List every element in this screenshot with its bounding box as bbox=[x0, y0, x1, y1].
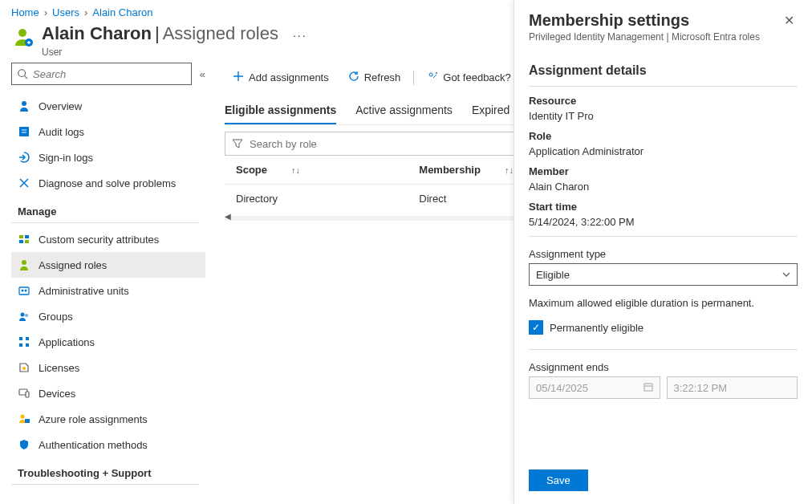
breadcrumb-users[interactable]: Users bbox=[52, 6, 79, 18]
svg-point-27 bbox=[429, 73, 432, 76]
save-button[interactable]: Save bbox=[529, 469, 588, 491]
search-icon bbox=[17, 68, 28, 79]
chevron-down-icon bbox=[782, 269, 790, 281]
svg-rect-20 bbox=[19, 343, 22, 347]
svg-point-22 bbox=[22, 367, 26, 370]
start-time-label: Start time bbox=[529, 201, 798, 213]
feedback-icon bbox=[427, 71, 438, 84]
sidebar-item-assigned-roles[interactable]: Assigned roles bbox=[11, 252, 205, 278]
svg-point-12 bbox=[22, 260, 26, 265]
svg-point-4 bbox=[22, 101, 26, 106]
svg-rect-26 bbox=[25, 419, 30, 423]
assignment-type-label: Assignment type bbox=[529, 248, 798, 260]
refresh-icon bbox=[348, 71, 359, 84]
svg-point-25 bbox=[21, 415, 25, 419]
sidebar-search[interactable] bbox=[11, 63, 192, 85]
svg-rect-18 bbox=[19, 337, 22, 340]
svg-point-17 bbox=[25, 314, 28, 317]
sidebar-item-devices[interactable]: Devices bbox=[11, 380, 205, 406]
col-scope[interactable]: Scope↑↓ bbox=[225, 156, 408, 185]
chevron-right-icon: › bbox=[44, 6, 47, 18]
sidebar: « Overview Audit logs Sign-in logs Diagn… bbox=[0, 63, 209, 504]
permanently-eligible-checkbox[interactable]: ✓ bbox=[529, 320, 543, 335]
sidebar-search-input[interactable] bbox=[33, 68, 186, 80]
scroll-left-icon: ◀ bbox=[225, 212, 231, 221]
groups-icon bbox=[18, 310, 30, 323]
member-value: Alain Charon bbox=[529, 181, 798, 193]
sidebar-item-diagnose[interactable]: Diagnose and solve problems bbox=[11, 170, 205, 196]
sidebar-section-troubleshooting: Troubleshooting + Support bbox=[11, 457, 199, 485]
person-icon bbox=[18, 100, 30, 112]
sidebar-item-audit-logs[interactable]: Audit logs bbox=[11, 119, 205, 144]
svg-rect-19 bbox=[26, 337, 29, 340]
plus-icon bbox=[233, 71, 244, 84]
calendar-icon bbox=[644, 382, 653, 394]
duration-note: Maximum allowed eligible duration is per… bbox=[529, 297, 798, 309]
svg-rect-10 bbox=[19, 240, 23, 243]
filter-icon bbox=[232, 138, 243, 149]
sidebar-item-overview[interactable]: Overview bbox=[11, 93, 205, 119]
page-title-section: Assigned roles bbox=[163, 23, 278, 44]
diagnose-icon bbox=[18, 177, 30, 189]
signin-icon bbox=[18, 151, 30, 164]
sidebar-item-groups[interactable]: Groups bbox=[11, 303, 205, 329]
start-time-value: 5/14/2024, 3:22:00 PM bbox=[529, 216, 798, 228]
collapse-sidebar-button[interactable]: « bbox=[200, 68, 205, 80]
membership-settings-panel: Membership settings Privileged Identity … bbox=[514, 0, 812, 504]
svg-point-15 bbox=[25, 290, 27, 292]
apps-icon bbox=[18, 335, 30, 348]
devices-icon bbox=[18, 387, 30, 400]
svg-point-2 bbox=[18, 70, 26, 77]
svg-point-14 bbox=[22, 290, 24, 292]
sidebar-item-csa[interactable]: Custom security attributes bbox=[11, 226, 205, 252]
sidebar-section-manage: Manage bbox=[11, 196, 199, 223]
panel-section-title: Assignment details bbox=[529, 57, 798, 87]
end-date-input[interactable]: 05/14/2025 bbox=[529, 376, 660, 399]
close-panel-button[interactable]: ✕ bbox=[781, 11, 798, 30]
sort-icon: ↑↓ bbox=[505, 165, 514, 175]
sidebar-item-auth-methods[interactable]: Authentication methods bbox=[11, 432, 205, 457]
breadcrumb-user[interactable]: Alain Charon bbox=[92, 6, 152, 18]
sidebar-item-applications[interactable]: Applications bbox=[11, 329, 205, 355]
role-label: Role bbox=[529, 130, 798, 142]
svg-point-28 bbox=[436, 72, 437, 74]
shield-icon bbox=[18, 438, 30, 451]
role-value: Application Administrator bbox=[529, 145, 798, 157]
panel-subtitle: Privileged Identity Management | Microso… bbox=[529, 31, 781, 43]
resource-label: Resource bbox=[529, 95, 798, 107]
attributes-icon bbox=[18, 233, 30, 246]
panel-title: Membership settings bbox=[529, 11, 781, 30]
svg-rect-24 bbox=[26, 392, 29, 397]
svg-rect-5 bbox=[19, 127, 29, 136]
svg-rect-13 bbox=[19, 287, 29, 295]
sidebar-item-azure-roles[interactable]: Azure role assignments bbox=[11, 406, 205, 432]
azure-roles-icon bbox=[18, 413, 30, 425]
svg-point-16 bbox=[21, 313, 25, 317]
svg-line-3 bbox=[25, 76, 28, 79]
sidebar-item-signin-logs[interactable]: Sign-in logs bbox=[11, 144, 205, 170]
page-title-name: Alain Charon bbox=[42, 23, 152, 44]
svg-rect-11 bbox=[25, 240, 29, 243]
more-button[interactable]: ··· bbox=[290, 26, 311, 45]
assignment-ends-label: Assignment ends bbox=[529, 361, 798, 373]
svg-rect-21 bbox=[26, 343, 29, 347]
permanently-eligible-label: Permanently eligible bbox=[550, 322, 644, 334]
member-label: Member bbox=[529, 165, 798, 177]
assignment-type-select[interactable]: Eligible bbox=[529, 263, 798, 286]
end-time-input[interactable]: 3:22:12 PM bbox=[667, 376, 798, 399]
add-assignments-button[interactable]: Add assignments bbox=[225, 67, 337, 87]
tab-active[interactable]: Active assignments bbox=[355, 97, 453, 124]
breadcrumb-home[interactable]: Home bbox=[11, 6, 39, 18]
svg-rect-29 bbox=[644, 384, 652, 391]
refresh-button[interactable]: Refresh bbox=[340, 67, 409, 87]
resource-value: Identity IT Pro bbox=[529, 110, 798, 122]
sidebar-item-licenses[interactable]: Licenses bbox=[11, 355, 205, 380]
admin-units-icon bbox=[18, 284, 30, 297]
licenses-icon bbox=[18, 361, 30, 374]
svg-point-0 bbox=[18, 29, 26, 37]
feedback-button[interactable]: Got feedback? bbox=[419, 67, 519, 87]
svg-rect-9 bbox=[25, 235, 29, 238]
tab-eligible[interactable]: Eligible assignments bbox=[225, 97, 336, 124]
sidebar-item-admin-units[interactable]: Administrative units bbox=[11, 278, 205, 303]
sort-icon: ↑↓ bbox=[291, 165, 300, 175]
